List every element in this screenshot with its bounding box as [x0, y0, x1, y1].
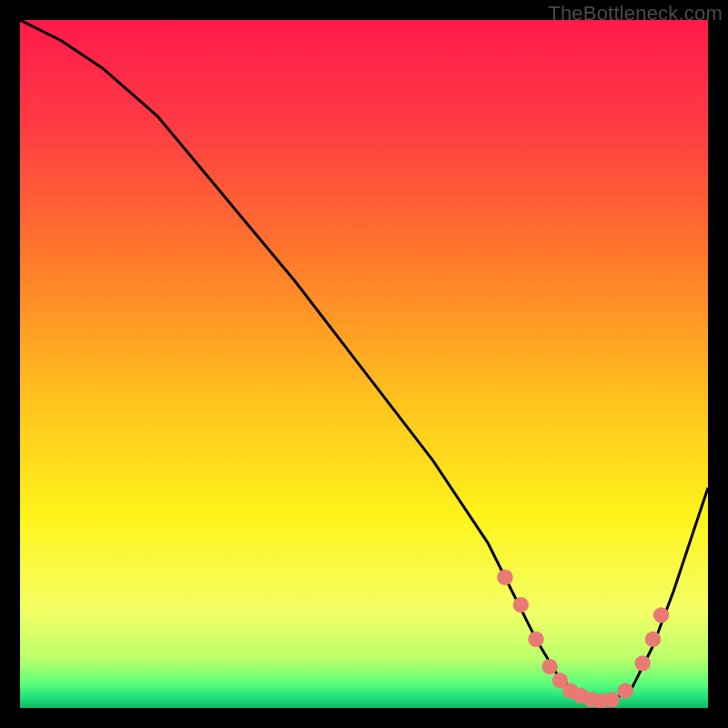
marker-point: [653, 607, 669, 622]
marker-point: [645, 632, 661, 647]
chart-svg: [20, 20, 708, 708]
marker-point: [513, 597, 529, 612]
gradient-background: [20, 20, 708, 708]
marker-point: [497, 570, 512, 585]
marker-point: [603, 692, 619, 707]
marker-point: [634, 655, 650, 671]
marker-point: [618, 682, 633, 698]
marker-point: [528, 632, 543, 647]
marker-point: [541, 659, 557, 674]
chart-frame: TheBottleneck.com: [0, 0, 728, 728]
